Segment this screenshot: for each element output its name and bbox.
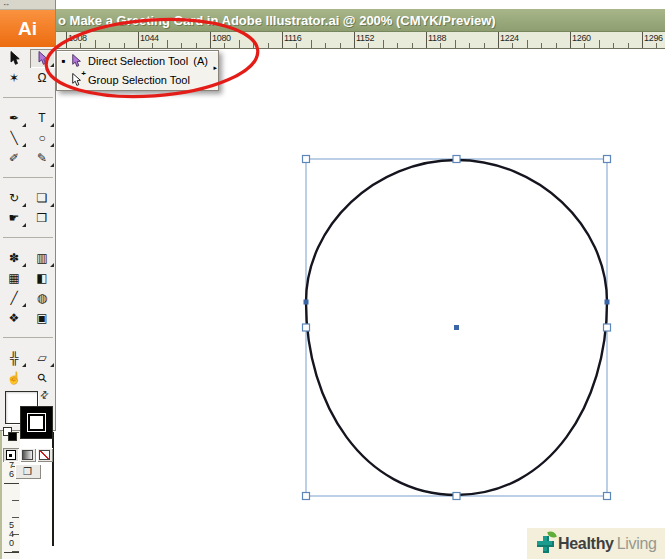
graph-tool-icon: ▥ xyxy=(36,252,47,264)
none-mode-button[interactable] xyxy=(37,448,53,462)
color-mode-icon xyxy=(6,450,16,460)
bounding-box-handle[interactable] xyxy=(604,493,611,500)
ruler-minor-tick xyxy=(599,40,600,48)
pencil-tool[interactable]: ✎ xyxy=(30,149,55,168)
hand-tool[interactable]: ☝ xyxy=(2,369,27,388)
bounding-box-handle[interactable] xyxy=(604,156,611,163)
bounding-box-handle[interactable] xyxy=(604,324,611,331)
bounding-box-handle[interactable] xyxy=(453,156,460,163)
vruler-major-tick xyxy=(4,483,19,484)
ruler-tick-label: 1188 xyxy=(428,33,446,43)
free-transform-tool[interactable]: ❒ xyxy=(30,209,55,228)
zoom-tool-icon: ⚲ xyxy=(35,371,50,386)
ruler-tick-label: 1080 xyxy=(212,33,231,43)
toolbox-divider xyxy=(2,96,54,100)
symbol-sprayer-tool[interactable]: ✽ xyxy=(2,249,27,268)
ruler-minor-tick xyxy=(224,43,225,48)
ruler-minor-tick xyxy=(440,43,441,48)
paintbrush-tool[interactable]: ✐ xyxy=(2,149,27,168)
ruler-minor-tick xyxy=(397,43,398,48)
pencil-tool-icon: ✎ xyxy=(37,152,47,164)
ruler-minor-tick xyxy=(455,40,456,48)
warp-tool[interactable]: ☛ xyxy=(2,209,27,228)
pen-tool[interactable]: ✒ xyxy=(2,109,27,128)
screen-mode-icon: ❐ xyxy=(23,466,32,477)
path-anchor-point[interactable] xyxy=(605,300,610,305)
stroke-swatch-hole xyxy=(30,416,43,429)
direct-selection-tool-icon xyxy=(36,51,49,66)
direct-selection-tool[interactable] xyxy=(30,49,55,68)
fill-stroke-controls: ⇄ xyxy=(0,388,55,446)
gradient-tool[interactable]: ◧ xyxy=(30,269,55,288)
line-segment-tool[interactable]: ╲ xyxy=(2,129,27,148)
bounding-box-handle[interactable] xyxy=(303,324,310,331)
type-tool[interactable]: T xyxy=(30,109,55,128)
selection-tool[interactable] xyxy=(2,49,27,68)
crop-tool[interactable]: ╬ xyxy=(2,349,27,368)
ruler-minor-tick xyxy=(527,40,528,48)
menu-item-label: Group Selection Tool xyxy=(88,74,218,86)
menu-item-direct-selection-tool[interactable]: ■Direct Selection Tool(A)▸ xyxy=(57,51,218,70)
toolbox-divider xyxy=(2,176,54,180)
rotate-tool[interactable]: ↻ xyxy=(2,189,27,208)
default-stroke-mini xyxy=(8,432,17,441)
ruler-major-tick xyxy=(138,32,139,48)
toolbox-divider xyxy=(2,336,54,340)
path-anchor-point[interactable] xyxy=(304,300,309,305)
menu-item-label: Direct Selection Tool xyxy=(88,55,193,67)
vruler-minor-tick xyxy=(12,517,19,518)
graph-tool[interactable]: ▥ xyxy=(30,249,55,268)
horizontal-ruler: 100810441080111611521188122412601296 xyxy=(56,32,665,49)
free-transform-tool-icon: ❒ xyxy=(37,212,48,224)
menu-item-shortcut: (A) xyxy=(193,55,208,67)
ruler-minor-tick xyxy=(628,43,629,48)
ruler-minor-tick xyxy=(296,43,297,48)
brand-bold-text: Healthy xyxy=(558,535,614,553)
live-paint-selection-tool-icon: ▣ xyxy=(36,312,47,324)
gradient-mode-icon xyxy=(22,450,33,460)
zoom-tool[interactable]: ⚲ xyxy=(30,369,55,388)
vruler-major-tick xyxy=(4,552,19,553)
direct-selection-cursor-icon xyxy=(70,53,85,68)
bounding-box-handle[interactable] xyxy=(303,493,310,500)
ellipse-tool-icon: ○ xyxy=(38,132,45,144)
ruler-tick-label: 1044 xyxy=(140,33,159,43)
palette-drag-grip[interactable]: ↔ xyxy=(0,0,55,10)
menu-item-group-selection-tool[interactable]: +Group Selection Tool xyxy=(57,70,218,89)
mesh-tool[interactable]: ▦ xyxy=(2,269,27,288)
live-paint-bucket-tool[interactable]: ❖ xyxy=(2,309,27,328)
eyedropper-tool[interactable]: ╱ xyxy=(2,289,27,308)
illustrator-logo: Ai xyxy=(0,10,55,47)
window-titlebar[interactable]: o Make a Greeting Card in Adobe Illustra… xyxy=(56,9,665,32)
ruler-minor-tick xyxy=(152,43,153,48)
ruler-major-tick xyxy=(354,32,355,48)
screen-mode-button[interactable]: ❐ xyxy=(15,464,41,479)
color-mode-button[interactable] xyxy=(3,448,19,462)
ruler-minor-tick xyxy=(167,40,168,48)
illustrator-window: { "window": { "title": "o Make a Greetin… xyxy=(0,0,665,559)
lasso-tool[interactable]: Ω xyxy=(30,69,55,88)
ruler-minor-tick xyxy=(95,40,96,48)
illustrator-logo-text: Ai xyxy=(18,18,37,40)
scale-tool[interactable]: ❏ xyxy=(30,189,55,208)
healthy-living-watermark: Healthy Living xyxy=(527,528,665,559)
swap-fill-stroke-icon[interactable]: ⇄ xyxy=(37,388,51,402)
magic-wand-tool[interactable]: ✶ xyxy=(2,69,27,88)
drag-grip-icon: ↔ xyxy=(2,0,10,8)
ruler-major-tick xyxy=(426,32,427,48)
mesh-tool-icon: ▦ xyxy=(8,272,19,284)
bounding-box-handle[interactable] xyxy=(453,493,460,500)
ruler-minor-tick xyxy=(484,43,485,48)
blend-tool[interactable]: ◍ xyxy=(30,289,55,308)
bounding-box-handle[interactable] xyxy=(303,156,310,163)
live-paint-selection-tool[interactable]: ▣ xyxy=(30,309,55,328)
line-segment-tool-icon: ╲ xyxy=(10,132,17,144)
menu-selected-bullet: ■ xyxy=(57,58,70,64)
window-title: o Make a Greeting Card in Adobe Illustra… xyxy=(58,13,496,28)
stroke-color-swatch[interactable] xyxy=(20,406,53,439)
gradient-mode-button[interactable] xyxy=(20,448,36,462)
eraser-tool[interactable]: ▱ xyxy=(30,349,55,368)
default-fill-stroke-icon[interactable] xyxy=(3,427,17,441)
warp-tool-icon: ☛ xyxy=(9,212,20,224)
ellipse-tool[interactable]: ○ xyxy=(30,129,55,148)
